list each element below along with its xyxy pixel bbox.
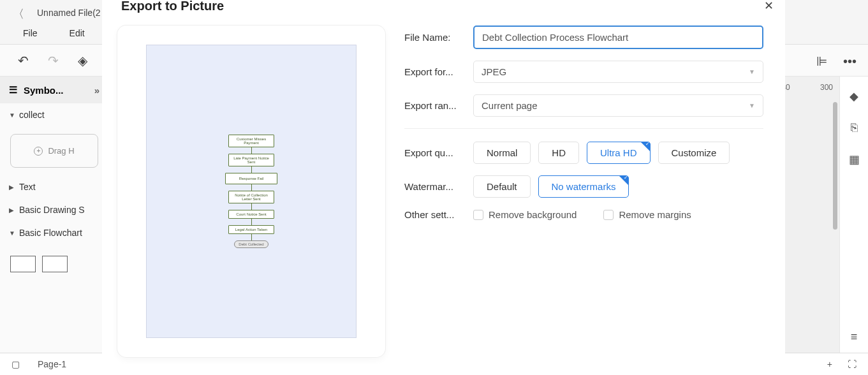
preview-node: Notice of Collection Letter Sent <box>228 191 274 203</box>
scrollbar[interactable] <box>833 102 837 230</box>
shape-rect[interactable] <box>10 256 36 272</box>
watermark-default-button[interactable]: Default <box>473 175 531 198</box>
page-label[interactable]: Page-1 <box>38 359 66 369</box>
quality-normal-button[interactable]: Normal <box>473 142 531 164</box>
more-icon[interactable]: ••• <box>843 54 857 69</box>
ruler: 80 300 <box>779 83 833 92</box>
preview-node: Legal Action Taken <box>228 225 274 234</box>
watermark-label: Watermar... <box>404 181 462 192</box>
quality-label: Export qu... <box>404 147 462 158</box>
sidebar: ☰ Symbo... » ▼ collect + Drag H ▶ Text ▶… <box>0 77 108 353</box>
export-form: File Name: Export for... JPEG ▼ Export r… <box>404 26 770 375</box>
remove-margins-checkbox[interactable]: Remove margins <box>603 209 691 220</box>
drag-drop-zone[interactable]: + Drag H <box>10 134 98 168</box>
preview-node: Debt Collected <box>234 240 268 248</box>
shape-rect[interactable] <box>42 256 68 272</box>
basic-drawing-section[interactable]: ▶ Basic Drawing S <box>0 198 108 221</box>
presentation-icon[interactable]: ▢ <box>11 359 20 369</box>
grid-tool-icon[interactable]: ▦ <box>849 152 860 166</box>
text-section[interactable]: ▶ Text <box>0 175 108 198</box>
format-select[interactable]: JPEG ▼ <box>473 61 763 83</box>
collect-label: collect <box>19 110 45 120</box>
collect-section[interactable]: ▼ collect <box>0 103 108 126</box>
checkbox-icon <box>473 210 483 220</box>
preview-node: Response Fail <box>225 173 277 184</box>
basic-flowchart-label: Basic Flowchart <box>19 228 82 238</box>
preview-node: Court Notice Sent <box>228 210 274 219</box>
menu-file[interactable]: File <box>23 28 38 38</box>
chevron-down-icon: ▼ <box>9 230 14 237</box>
chevron-right-icon: ▶ <box>9 184 14 191</box>
range-value: Current page <box>482 100 538 111</box>
plus-icon: + <box>34 147 43 156</box>
fullscreen-icon[interactable]: ⛶ <box>848 359 857 369</box>
other-label: Other sett... <box>404 209 462 220</box>
chevron-down-icon: ▼ <box>749 68 755 75</box>
text-label: Text <box>19 182 36 192</box>
undo-icon[interactable]: ↶ <box>18 53 29 68</box>
list-tool-icon[interactable]: ≡ <box>851 330 858 344</box>
remove-bg-checkbox[interactable]: Remove background <box>473 209 577 220</box>
chevron-down-icon: ▼ <box>9 112 14 119</box>
preview-node: Customer Misses Payment <box>228 135 274 147</box>
fill-tool-icon[interactable]: ◆ <box>850 89 858 103</box>
back-icon[interactable]: 〈 <box>13 6 24 22</box>
format-painter-icon[interactable]: ◈ <box>78 53 87 68</box>
quality-ultrahd-button[interactable]: Ultra HD <box>587 142 651 164</box>
preview-node: Late Payment Notice Sent <box>228 154 274 166</box>
preview-page: Customer Misses Payment Late Payment Not… <box>146 45 357 338</box>
file-name-label: File Name: <box>404 32 462 43</box>
align-icon[interactable]: ⊫ <box>816 54 827 69</box>
right-toolbar: ◆ ⎘ ▦ ≡ <box>839 77 868 353</box>
quality-ultrahd-label: Ultra HD <box>600 147 637 158</box>
quality-hd-button[interactable]: HD <box>538 142 579 164</box>
chevron-right-icon: ▶ <box>9 207 14 214</box>
tab-title[interactable]: Unnamed File(2 <box>37 8 101 18</box>
redo-icon[interactable]: ↷ <box>48 53 59 68</box>
check-icon <box>640 142 651 152</box>
drag-hint-label: Drag H <box>48 146 74 156</box>
menu-edit[interactable]: Edit <box>70 28 85 38</box>
close-icon[interactable]: ✕ <box>764 0 774 13</box>
check-icon <box>619 175 629 186</box>
symbols-label: Symbo... <box>24 85 64 96</box>
remove-margins-label: Remove margins <box>619 209 691 220</box>
range-select[interactable]: Current page ▼ <box>473 94 763 117</box>
basic-drawing-label: Basic Drawing S <box>19 205 85 215</box>
collapse-icon[interactable]: » <box>94 85 99 96</box>
preview-pane: Customer Misses Payment Late Payment Not… <box>117 26 385 357</box>
basic-flowchart-section[interactable]: ▼ Basic Flowchart <box>0 221 108 244</box>
ruler-mark: 300 <box>820 83 833 92</box>
export-dialog: Export to Picture ✕ Customer Misses Paym… <box>102 0 785 375</box>
export-tool-icon[interactable]: ⎘ <box>851 121 858 135</box>
symbols-icon: ☰ <box>9 84 17 96</box>
chevron-down-icon: ▼ <box>749 102 755 109</box>
format-value: JPEG <box>482 66 506 77</box>
quality-customize-button[interactable]: Customize <box>658 142 730 164</box>
format-label: Export for... <box>404 66 462 77</box>
remove-bg-label: Remove background <box>489 209 577 220</box>
checkbox-icon <box>603 210 614 220</box>
symbols-header[interactable]: ☰ Symbo... » <box>0 77 108 103</box>
range-label: Export ran... <box>404 100 462 111</box>
watermark-none-label: No watermarks <box>552 181 616 192</box>
file-name-input[interactable] <box>473 26 763 49</box>
shape-palette <box>0 251 108 277</box>
dialog-title: Export to Picture <box>121 0 224 13</box>
watermark-none-button[interactable]: No watermarks <box>538 175 629 198</box>
add-page-icon[interactable]: + <box>827 359 832 369</box>
